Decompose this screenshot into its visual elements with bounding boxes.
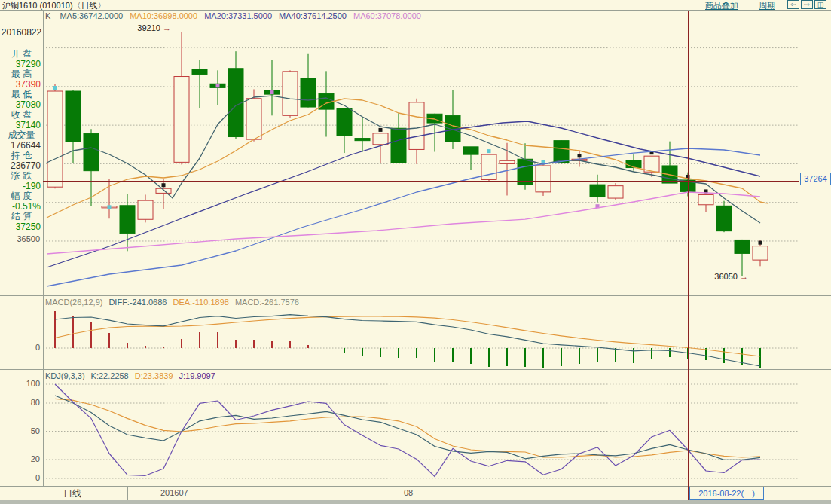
sidebar-row-value: 236770 <box>0 160 43 171</box>
macd-zero-label: 0 <box>0 343 40 352</box>
macd-header: MACD(26,12,9)DIFF:-241.0686DEA:-110.1898… <box>45 298 305 307</box>
sidebar-row-value: 37140 <box>0 120 43 130</box>
sidebar-row-value: 37290 <box>0 59 43 69</box>
crosshair-price-box: 37264 <box>800 173 831 185</box>
kdj-header-item: K:22.2258 <box>91 371 129 380</box>
ma-header-item: MA40:37614.2500 <box>279 11 347 20</box>
sidebar-row-label: 收 盘 <box>0 110 43 120</box>
time-axis-tick: 08 <box>404 488 413 497</box>
kdj-header: KDJ(9,3,3)K:22.2258D:23.3839J:19.9097 <box>45 371 221 380</box>
scroll-left-button[interactable]: ⇦ <box>787 0 799 9</box>
high-annotation-value: 39210 <box>137 23 160 32</box>
sidebar-row-label: 最 高 <box>0 69 43 79</box>
overlay-link[interactable]: 商品叠加 <box>705 0 738 11</box>
scroll-right-button[interactable]: ⇨ <box>801 0 813 9</box>
kdj-axis-label: 0 <box>0 473 40 482</box>
ma-header: K MA5:36742.0000MA10:36998.0000MA20:3733… <box>45 11 428 20</box>
sidebar-row-value: 37250 <box>0 221 43 232</box>
period-cell[interactable]: 日线 <box>63 487 81 500</box>
low-annotation-value: 36050 <box>714 272 738 281</box>
ma-header-item: MA60:37078.0000 <box>353 11 421 20</box>
kdj-axis-label: 80 <box>0 398 40 407</box>
sidebar-row-value: 37390 <box>0 79 43 90</box>
sidebar-row-label: 最 低 <box>0 90 43 99</box>
right-arrow-icon: → <box>163 23 171 32</box>
sidebar-row-label: 成交量 <box>0 130 43 140</box>
kdj-header-item: KDJ(9,3,3) <box>45 371 85 380</box>
sidebar-row-label: 幅 度 <box>0 191 43 201</box>
sidebar-row-label: 持 仓 <box>0 151 43 160</box>
ma-header-item: MA5:36742.0000 <box>60 11 123 20</box>
macd-header-item: DIFF:-241.0686 <box>108 298 167 307</box>
chart-canvas[interactable] <box>0 0 831 504</box>
ma-header-item: MA10:36998.0000 <box>130 11 197 20</box>
kdj-axis-label: 20 <box>0 454 40 463</box>
sidebar-rows: 开 盘37290最 高37390最 低37080收 盘37140成交量17664… <box>0 49 43 232</box>
sidebar-row-value: 176644 <box>0 140 43 151</box>
time-axis-tick: 201607 <box>160 488 188 497</box>
low-annotation: 36050 → <box>694 272 748 281</box>
right-arrow-icon: → <box>740 272 748 281</box>
sidebar-row-value: 37080 <box>0 99 43 110</box>
high-annotation: 39210 → <box>117 23 171 32</box>
trading-chart-window: 沪铜1610 (010010)〈日线〉 商品叠加 周期 ⇦⇨◫ K MA5:36… <box>0 0 831 504</box>
sidebar-row-label: 开 盘 <box>0 49 43 59</box>
price-axis-label: 36500 <box>0 234 40 243</box>
chart-type-indicator: K <box>45 11 50 20</box>
sidebar-row-value: -0.51% <box>0 201 43 212</box>
crosshair-date-box: 2016-08-22(一) <box>689 487 764 500</box>
kdj-axis-label: 50 <box>0 426 40 435</box>
sidebar-row-label: 结 算 <box>0 212 43 221</box>
nav-button-group: ⇦⇨◫ <box>787 0 826 9</box>
kdj-header-item: D:23.3839 <box>135 371 173 380</box>
macd-header-item: DEA:-110.1898 <box>173 298 228 307</box>
sidebar-row-label: 涨 跌 <box>0 171 43 181</box>
kdj-header-item: J:19.9097 <box>179 371 215 380</box>
title-bar: 沪铜1610 (010010)〈日线〉 商品叠加 周期 ⇦⇨◫ <box>0 0 831 10</box>
layout-button[interactable]: ◫ <box>814 0 826 9</box>
macd-header-item: MACD:-261.7576 <box>235 298 299 307</box>
quote-sidebar: 20160822 开 盘37290最 高37390最 低37080收 盘3714… <box>0 10 43 486</box>
sidebar-row-value: -190 <box>0 181 43 191</box>
ma-header-item: MA20:37331.5000 <box>204 11 272 20</box>
macd-header-item: MACD(26,12,9) <box>45 298 102 307</box>
sidebar-date: 20160822 <box>0 27 43 38</box>
kdj-axis-label: 100 <box>0 379 40 388</box>
period-link[interactable]: 周期 <box>759 0 775 11</box>
